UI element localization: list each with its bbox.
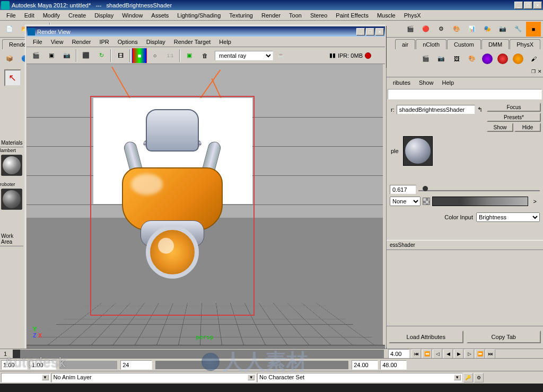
shader-name-input[interactable] xyxy=(397,105,475,114)
shelf-btn[interactable] xyxy=(480,51,495,66)
shelf-btn[interactable]: 📦 xyxy=(2,51,17,66)
remove-image-icon[interactable]: 🗑 xyxy=(197,48,212,63)
keep-image-icon[interactable]: ▣ xyxy=(182,48,197,63)
close-button[interactable]: × xyxy=(533,2,542,9)
attr-menu-show[interactable]: Show xyxy=(415,78,438,87)
character-set-dropdown[interactable]: No Character Set xyxy=(257,373,462,382)
play-fwd-icon[interactable]: ▶ xyxy=(454,349,463,359)
autokey-icon[interactable]: 🔑 xyxy=(463,373,473,382)
copy-tab-button[interactable]: Copy Tab xyxy=(467,331,541,343)
ipr-render-icon[interactable]: ⬛ xyxy=(78,48,93,63)
menu-toon[interactable]: Toon xyxy=(285,11,306,20)
minimize-button[interactable]: _ xyxy=(514,2,523,9)
range-track[interactable] xyxy=(155,361,348,369)
presets-button[interactable]: Presets* xyxy=(487,113,541,122)
ratio-icon[interactable]: 1:1 xyxy=(163,48,178,63)
range-end-input[interactable] xyxy=(380,360,407,370)
menu-file[interactable]: File xyxy=(2,11,20,20)
rv-maximize-button[interactable]: □ xyxy=(366,28,374,35)
toolbar-btn[interactable]: 🔧 xyxy=(511,22,526,37)
snapshot-icon[interactable]: 📷 xyxy=(59,48,74,63)
panel-dock-icon[interactable]: ❐ xyxy=(531,69,536,76)
play-back-icon[interactable]: ◀ xyxy=(443,349,453,359)
menu-stereo[interactable]: Stereo xyxy=(306,11,331,20)
maximize-button[interactable]: □ xyxy=(524,2,532,9)
render-canvas[interactable]: Y Z X persp xyxy=(27,64,383,345)
tab-custom[interactable]: Custom xyxy=(447,39,481,49)
refresh-icon[interactable]: ↻ xyxy=(94,48,109,63)
menu-modify[interactable]: Modify xyxy=(39,11,64,20)
shelf-btn[interactable] xyxy=(511,51,526,66)
timeline-track[interactable] xyxy=(13,350,384,358)
shelf-btn[interactable]: 🎬 xyxy=(418,51,433,66)
current-frame-input[interactable] xyxy=(120,360,152,370)
alpha-icon[interactable]: ○ xyxy=(147,48,162,63)
rv-close-button[interactable]: × xyxy=(375,28,384,35)
material-swatch-roboter[interactable] xyxy=(1,189,22,210)
menu-render[interactable]: Render xyxy=(257,11,285,20)
step-back-key-icon[interactable]: ⏪ xyxy=(422,349,432,359)
menu-display[interactable]: Display xyxy=(90,11,118,20)
panel-close-icon[interactable]: ✕ xyxy=(538,69,542,76)
menu-painteffects[interactable]: Paint Effects xyxy=(331,11,373,20)
section-header[interactable]: essShader xyxy=(387,240,543,250)
renderer-dropdown[interactable]: mental ray xyxy=(215,51,273,60)
toolbar-btn[interactable]: ■ xyxy=(526,22,541,37)
range-start-input[interactable] xyxy=(1,360,28,370)
render-settings-icon[interactable]: ⚙ xyxy=(434,22,449,37)
render-view-titlebar[interactable]: Render View _ □ × xyxy=(27,26,385,37)
hide-button[interactable]: Hide xyxy=(514,123,541,132)
render-globals-icon[interactable]: 🎞 xyxy=(113,48,128,63)
anim-layer-dropdown[interactable]: No Anim Layer xyxy=(51,373,257,382)
focus-button[interactable]: Focus xyxy=(487,103,541,112)
toolbar-btn[interactable]: 🎭 xyxy=(480,22,495,37)
color-ramp[interactable] xyxy=(432,197,528,206)
toolbar-btn[interactable]: 📷 xyxy=(495,22,510,37)
step-fwd-icon[interactable]: ▷ xyxy=(465,349,474,359)
rv-menu-render[interactable]: Render xyxy=(67,38,95,46)
value-input[interactable] xyxy=(390,185,416,194)
hypershade-icon[interactable]: 🎨 xyxy=(449,22,464,37)
prefs-icon[interactable]: ⚙ xyxy=(474,373,484,382)
expand-button[interactable]: > xyxy=(530,198,540,204)
menu-window[interactable]: Window xyxy=(118,11,147,20)
shelf-btn[interactable]: 🖼 xyxy=(449,51,464,66)
menu-texturing[interactable]: Texturing xyxy=(225,11,257,20)
playback-start-input[interactable] xyxy=(30,360,56,370)
tab-physx[interactable]: PhysX xyxy=(510,39,540,49)
menu-muscle[interactable]: Muscle xyxy=(373,11,400,20)
menu-lighting[interactable]: Lighting/Shading xyxy=(173,11,225,20)
menu-physx[interactable]: PhysX xyxy=(400,11,425,20)
attr-menu-help[interactable]: Help xyxy=(438,78,459,87)
shelf-btn[interactable] xyxy=(495,51,510,66)
rv-menu-help[interactable]: Help xyxy=(215,38,235,46)
step-fwd-key-icon[interactable]: ⏩ xyxy=(475,349,485,359)
attr-menu-attributes[interactable]: ributes xyxy=(389,78,415,87)
script-type-dropdown[interactable] xyxy=(1,373,50,382)
load-attributes-button[interactable]: Load Attributes xyxy=(389,331,463,343)
rgb-icon[interactable]: ■ xyxy=(132,48,147,63)
shelf-btn[interactable]: 🎨 xyxy=(465,51,479,66)
timeline-marker[interactable] xyxy=(13,350,20,358)
menu-create[interactable]: Create xyxy=(64,11,90,20)
rv-menu-ipr[interactable]: IPR xyxy=(95,38,113,46)
tab-hair[interactable]: air xyxy=(395,39,415,49)
step-back-icon[interactable]: ◁ xyxy=(433,349,442,359)
rv-menu-view[interactable]: View xyxy=(47,38,68,46)
checker-icon[interactable] xyxy=(423,198,430,205)
shelf-btn[interactable]: 📷 xyxy=(434,51,449,66)
redo-render-icon[interactable]: 🎬 xyxy=(29,48,43,63)
select-tool[interactable]: ↖ xyxy=(4,69,21,86)
color-input-dropdown[interactable]: Brightness xyxy=(476,212,540,222)
time-end-input[interactable] xyxy=(388,349,409,359)
attr-tab-bar[interactable] xyxy=(388,89,542,100)
slider-handle[interactable] xyxy=(423,186,428,191)
playback-end-input[interactable] xyxy=(352,360,378,370)
command-line[interactable] xyxy=(0,384,543,392)
pause-icon[interactable]: ☕ xyxy=(274,48,288,63)
rv-menu-options[interactable]: Options xyxy=(113,38,142,46)
nav-back-icon[interactable]: ↰ xyxy=(477,106,483,113)
goto-end-icon[interactable]: ⏭ xyxy=(486,349,495,359)
menu-edit[interactable]: Edit xyxy=(20,11,39,20)
tab-ncloth[interactable]: nCloth xyxy=(416,39,446,49)
